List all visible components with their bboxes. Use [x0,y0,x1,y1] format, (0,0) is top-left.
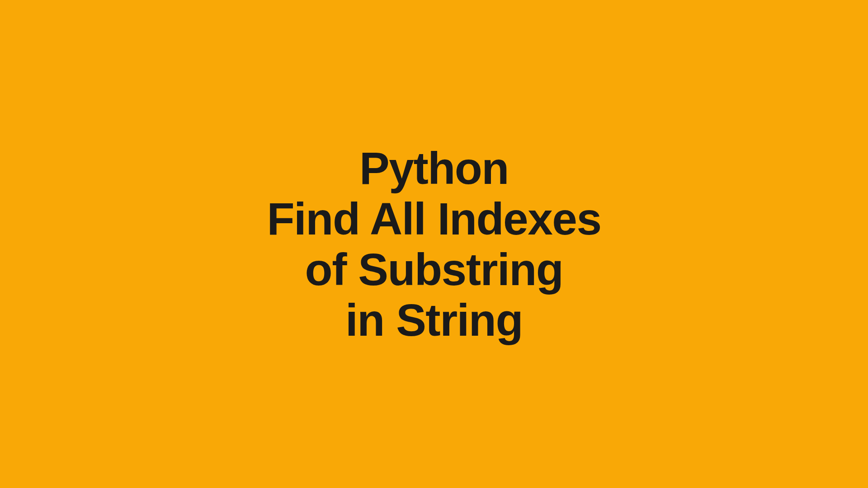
title-line-1: Python [267,143,601,193]
title-line-2: Find All Indexes [267,193,601,244]
title-line-4: in String [267,295,601,345]
title-line-3: of Substring [267,244,601,295]
title-container: Python Find All Indexes of Substring in … [267,143,601,345]
